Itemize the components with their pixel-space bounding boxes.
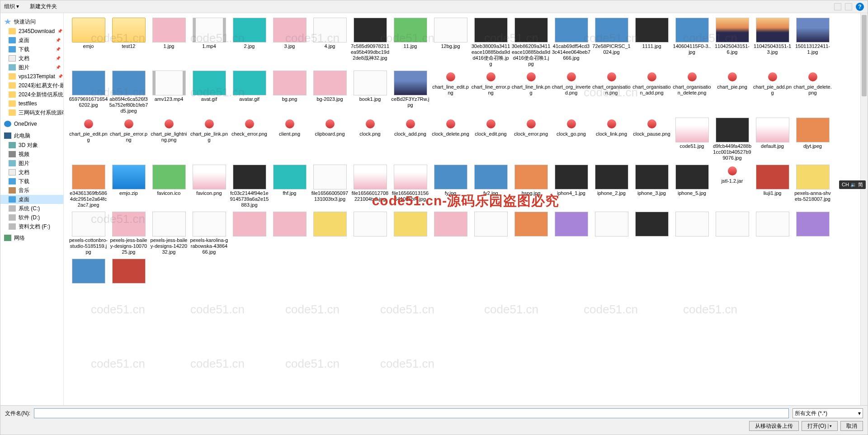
file-item[interactable]: iphone_3.jpg [632,165,672,208]
sidebar-item[interactable]: 系统 (C:) [0,204,63,213]
sidebar-item[interactable]: 3D 对象 [0,141,63,150]
sidebar-item[interactable]: 图片 [0,159,63,168]
file-item[interactable]: chart_organisation.png [591,71,632,114]
sidebar-item[interactable]: 桌面📌 [0,36,63,45]
file-item[interactable]: avatar.gif [229,71,269,114]
file-item[interactable]: pexels-jess-bailey-designs-1422032.jpg [149,212,189,255]
file-item[interactable]: default.jpg [752,118,793,161]
new-folder-button[interactable]: 新建文件夹 [30,3,57,10]
file-item[interactable]: iphone_5.jpg [672,165,712,208]
file-item[interactable]: file16566005097131003tx3.jpg [310,165,350,208]
view-toggle-icon[interactable] [845,3,852,10]
file-item[interactable]: check_error.png [229,118,269,161]
sidebar-item[interactable]: 资料文档 (F:) [0,222,63,231]
file-item[interactable] [229,212,269,255]
file-item[interactable]: 11.jpg [390,18,430,67]
file-item[interactable]: 3.jpg [269,18,310,67]
file-item[interactable] [793,212,833,255]
file-item[interactable]: clock_link.png [591,118,632,161]
file-item[interactable]: chart_pie_add.png [752,71,793,114]
file-item[interactable]: ab85f4c6ca526f35a752ef80b1feb7d5.jpeg [108,71,149,114]
file-item[interactable]: bg-2023.jpg [310,71,350,114]
file-item[interactable]: 1.mp4 [189,18,229,67]
file-item[interactable] [471,212,511,255]
file-item[interactable]: iphon4_1.jpg [551,165,591,208]
file-item[interactable] [591,212,632,255]
file-item[interactable] [108,259,149,284]
file-type-filter[interactable]: 所有文件 (*.*) ▾ [793,408,863,418]
organize-menu[interactable]: 组织 ▾ [4,3,19,10]
file-item[interactable]: d9fcb449fa4288b1cc001b40527b99076.jpg [712,118,752,161]
sidebar-item[interactable]: 2024彩虹易支付-最 [0,81,63,90]
file-item[interactable] [68,259,108,284]
file-item[interactable]: avat.gif [189,71,229,114]
file-item[interactable]: test12 [108,18,149,67]
open-button[interactable]: 打开(O)│▾ [802,421,838,431]
sidebar-item[interactable]: 图片📌 [0,63,63,72]
sidebar-item[interactable]: 桌面 [0,195,63,204]
file-item[interactable]: clock_delete.png [430,118,471,161]
sidebar-item[interactable]: vps123Templat📌 [0,72,63,81]
file-item[interactable]: 150113122411-1.jpg [793,18,833,67]
file-item[interactable]: 4.jpg [310,18,350,67]
file-item[interactable]: emjo [68,18,108,67]
file-item[interactable]: favicon.ico [149,165,189,208]
sidebar-network[interactable]: 网络 [0,233,63,243]
file-item[interactable]: chart_organisation_add.png [632,71,672,114]
sidebar-item[interactable]: 下载 [0,177,63,186]
sidebar-item[interactable]: 2345Download📌 [0,27,63,36]
file-item[interactable]: pexels-karolina-grabowska-4386466.jpg [189,212,229,255]
file-item[interactable]: pexels-anna-shvets-5218007.jpg [793,165,833,208]
file-item[interactable] [390,212,430,255]
file-item[interactable]: 110425043151-13.jpg [752,18,793,67]
file-item[interactable]: favicon.png [189,165,229,208]
sidebar-item[interactable]: 视频 [0,150,63,159]
sidebar-item[interactable]: 三网码支付系统源码 [0,108,63,117]
file-item[interactable]: clock_go.png [551,118,591,161]
sidebar-item[interactable]: 下载📌 [0,45,63,54]
file-item[interactable]: 7c585d90978211ea95b499dbc19d2de8战神32.jpg [350,18,390,67]
file-item[interactable]: file16566012708221004tx2.jpg [350,165,390,208]
file-item[interactable] [672,212,712,255]
file-item[interactable]: hspg.jpg [511,165,551,208]
file-item[interactable]: fy.jpg [430,165,471,208]
file-item[interactable] [551,212,591,255]
file-item[interactable]: clock_add.png [390,118,430,161]
file-item[interactable]: chart_pie_error.png [108,118,149,161]
file-item[interactable] [310,212,350,255]
file-item[interactable]: fy2.jpg [471,165,511,208]
file-item[interactable]: bg.png [269,71,310,114]
view-options-icon[interactable] [834,3,841,10]
file-item[interactable]: chart_pie_link.png [189,118,229,161]
vertical-scrollbar[interactable] [860,13,868,405]
file-item[interactable] [269,212,310,255]
file-item[interactable]: 72e58PICRSC_1024.jpg [591,18,632,67]
sidebar-item[interactable]: 文档 [0,168,63,177]
help-icon[interactable]: ? [856,3,864,11]
file-item[interactable]: chart_line_error.png [471,71,511,114]
file-item[interactable]: chart_pie.png [712,71,752,114]
file-item[interactable]: 30eb38009a3411eace10885bda9dd416使命召唤.jpg [471,18,511,67]
file-item[interactable]: pexels-cottonbro-studio-5185159.jpg [68,212,108,255]
file-item[interactable]: clock_pause.png [632,118,672,161]
file-item[interactable]: 41cab69df54cd33c414ee064beb7666.jpg [551,18,591,67]
file-item[interactable]: clock.png [350,118,390,161]
file-item[interactable]: 2.jpg [229,18,269,67]
file-item[interactable]: amv123.mp4 [149,71,189,114]
file-item[interactable] [712,212,752,255]
sidebar-item[interactable]: testfiles [0,99,63,108]
file-item[interactable] [350,212,390,255]
file-item[interactable]: 110425043151-6.jpg [712,18,752,67]
file-item[interactable]: jstl-1.2.jar [712,165,752,208]
file-item[interactable]: chart_pie_delete.png [793,71,833,114]
file-item[interactable]: 140604115F0-3..jpg [672,18,712,67]
file-item[interactable] [511,212,551,255]
upload-from-mobile-button[interactable]: 从移动设备上传 [749,421,799,431]
file-item[interactable]: fc03c2144f94e1e9145739a6a2e15883.jpg [229,165,269,208]
file-item[interactable]: clipboard.png [310,118,350,161]
file-item[interactable]: chart_organisation_delete.png [672,71,712,114]
sidebar-onedrive[interactable]: OneDrive [0,119,63,129]
file-item[interactable] [430,212,471,255]
sidebar-quick-access[interactable]: 快速访问 [0,17,63,27]
file-item[interactable]: chart_pie_edit.png [68,118,108,161]
